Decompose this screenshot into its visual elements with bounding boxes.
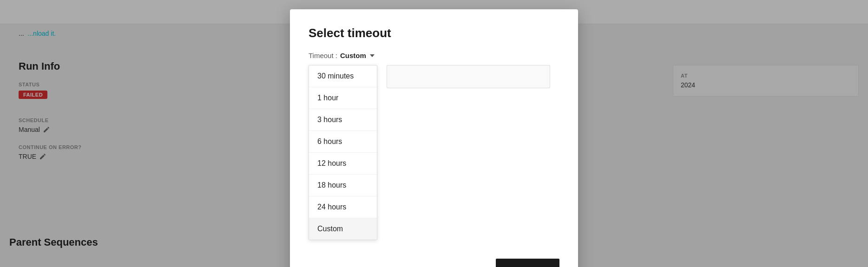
dropdown-item-24hours[interactable]: 24 hours xyxy=(309,196,377,218)
dropdown-item-3hours[interactable]: 3 hours xyxy=(309,109,377,131)
custom-value-input[interactable] xyxy=(387,65,550,88)
timeout-label-row: Timeout : Custom xyxy=(309,52,559,59)
input-area xyxy=(387,65,550,88)
timeout-label: Timeout : xyxy=(309,52,337,59)
modal-footer: SAVE xyxy=(309,259,559,267)
dropdown-item-18hours[interactable]: 18 hours xyxy=(309,175,377,196)
dropdown-scroll-area[interactable]: 30 minutes1 hour3 hours6 hours12 hours18… xyxy=(309,65,377,240)
chevron-down-icon[interactable] xyxy=(370,54,375,57)
timeout-dropdown[interactable]: 30 minutes1 hour3 hours6 hours12 hours18… xyxy=(309,65,377,240)
dropdown-item-6hours[interactable]: 6 hours xyxy=(309,131,377,153)
save-button[interactable]: SAVE xyxy=(496,259,559,267)
select-timeout-modal: Select timeout Timeout : Custom 30 minut… xyxy=(290,9,578,267)
dropdown-item-custom[interactable]: Custom xyxy=(309,218,377,240)
dropdown-item-12hours[interactable]: 12 hours xyxy=(309,153,377,175)
modal-body: 30 minutes1 hour3 hours6 hours12 hours18… xyxy=(309,65,559,251)
dropdown-item-30min[interactable]: 30 minutes xyxy=(309,65,377,87)
modal-title: Select timeout xyxy=(309,26,559,40)
dropdown-item-1hour[interactable]: 1 hour xyxy=(309,87,377,109)
dropdown-list: 30 minutes1 hour3 hours6 hours12 hours18… xyxy=(309,65,377,240)
timeout-current-value[interactable]: Custom xyxy=(340,52,366,59)
